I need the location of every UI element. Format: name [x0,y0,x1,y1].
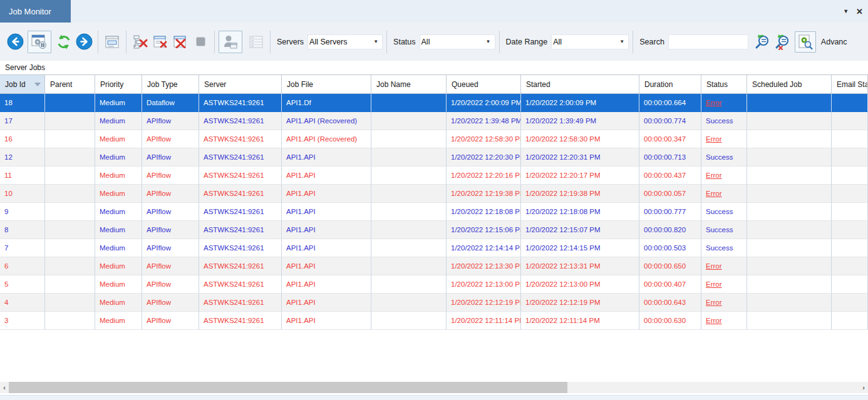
servers-combo[interactable]: All Servers ▼ [307,34,383,49]
column-header-job_id[interactable]: Job Id [0,75,45,93]
search-label: Search [639,38,664,46]
job-row-6[interactable]: 6MediumAPIflowASTWKS241:9261API1.API1/20… [0,257,868,275]
column-header-parent[interactable]: Parent [45,75,95,93]
search-button[interactable] [752,32,772,52]
cell-parent [45,294,95,312]
pause-monitoring-button[interactable] [28,31,51,53]
remove-all-icon [173,36,187,48]
toolbar-separator [126,31,127,53]
cell-status[interactable]: Error [701,312,747,330]
column-header-queued[interactable]: Queued [447,75,521,93]
cell-job_id: 8 [0,221,45,239]
column-header-job_name[interactable]: Job Name [371,75,447,93]
cell-status[interactable]: Error [701,167,747,185]
column-header-email_status[interactable]: Email Sta [832,75,868,93]
horizontal-scrollbar[interactable]: ‹ › [0,382,868,393]
window-menu-caret-icon[interactable]: ▼ [843,8,849,14]
cell-status[interactable]: Error [701,185,747,203]
cell-job_file: API1.API [282,185,371,203]
cell-job_id: 9 [0,203,45,221]
column-header-job_file[interactable]: Job File [282,75,371,93]
job-row-3[interactable]: 3MediumAPIflowASTWKS241:9261API1.API1/20… [0,312,868,330]
cell-status[interactable]: Error [701,257,747,275]
job-row-8[interactable]: 8MediumAPIflowASTWKS241:9261API1.API1/20… [0,221,868,239]
column-header-priority[interactable]: Priority [95,75,142,93]
column-header-started[interactable]: Started [521,75,639,93]
clear-search-button[interactable] [772,32,792,52]
cell-job_name [371,185,447,203]
cell-job_name [371,203,447,221]
cell-duration: 00:00:00.650 [639,257,701,275]
column-header-server[interactable]: Server [199,75,282,93]
cell-job_name [371,148,447,167]
cell-status[interactable]: Error [701,275,747,294]
job-row-12[interactable]: 12MediumAPIflowASTWKS241:9261API1.API1/2… [0,148,868,167]
cell-priority: Medium [95,221,142,239]
cell-job_name [371,294,447,312]
remove-job-button[interactable] [150,32,170,52]
cell-job_id: 4 [0,294,45,312]
cell-email_status [832,94,868,112]
job-row-10[interactable]: 10MediumAPIflowASTWKS241:9261API1.API1/2… [0,185,868,203]
cell-job_name [371,312,447,330]
job-row-17[interactable]: 17MediumAPIflowASTWKS241:9261API1.API (R… [0,112,868,130]
cell-status: Success [701,239,747,257]
cell-server: ASTWKS241:9261 [199,239,282,257]
cell-job_type: APIflow [142,221,199,239]
job-row-9[interactable]: 9MediumAPIflowASTWKS241:9261API1.API1/20… [0,203,868,221]
grid-caption: Server Jobs [0,61,868,74]
remove-all-jobs-button[interactable] [170,32,190,52]
cell-started: 1/20/2022 1:39:49 PM [521,112,639,130]
cell-parent [45,257,95,275]
cell-job_file: API1.API [282,294,371,312]
column-header-duration[interactable]: Duration [639,75,701,93]
column-header-label: Job Id [5,80,26,89]
cell-job_id: 16 [0,130,45,148]
column-header-label: Started [526,80,550,89]
job-row-4[interactable]: 4MediumAPIflowASTWKS241:9261API1.API1/20… [0,294,868,312]
cell-job_id: 6 [0,257,45,275]
tab-job-monitor[interactable]: Job Monitor [0,0,71,23]
cell-server: ASTWKS241:9261 [199,203,282,221]
cell-scheduled_job [747,257,832,275]
job-row-11[interactable]: 11MediumAPIflowASTWKS241:9261API1.API1/2… [0,167,868,185]
cell-job_file: API1.API [282,257,371,275]
job-row-16[interactable]: 16MediumAPIflowASTWKS241:9261API1.API (R… [0,130,868,148]
window-close-icon[interactable]: ✕ [856,7,863,16]
job-queue-icon [249,36,263,48]
advanced-search-label[interactable]: Advanc [821,38,847,46]
cell-scheduled_job [747,148,832,167]
job-row-18[interactable]: 18MediumDataflowASTWKS241:9261API1.Df1/2… [0,94,868,112]
scrollbar-thumb[interactable] [9,382,567,393]
forward-button[interactable] [74,32,94,52]
refresh-button[interactable] [54,32,74,52]
scroll-right-arrow-icon[interactable]: › [859,382,868,393]
column-header-job_type[interactable]: Job Type [142,75,199,93]
cell-status[interactable]: Error [701,94,747,112]
search-input[interactable] [668,34,748,49]
cell-priority: Medium [95,130,142,148]
cell-job_type: APIflow [142,130,199,148]
cell-duration: 00:00:00.437 [639,167,701,185]
cell-server: ASTWKS241:9261 [199,312,282,330]
job-details-button[interactable] [102,32,122,52]
cell-status[interactable]: Error [701,294,747,312]
cell-job_name [371,275,447,294]
back-button[interactable] [5,32,25,52]
date-range-combo[interactable]: All ▼ [551,34,629,49]
scroll-left-arrow-icon[interactable]: ‹ [0,382,9,393]
column-header-status[interactable]: Status [701,75,747,93]
job-row-5[interactable]: 5MediumAPIflowASTWKS241:9261API1.API1/20… [0,275,868,294]
cell-server: ASTWKS241:9261 [199,148,282,167]
cell-status[interactable]: Error [701,130,747,148]
delete-job-tree-button[interactable] [130,32,150,52]
job-row-7[interactable]: 7MediumAPIflowASTWKS241:9261API1.API1/20… [0,239,868,257]
my-jobs-toggle-button[interactable] [219,31,242,53]
cell-started: 1/20/2022 12:20:17 PM [521,167,639,185]
cell-job_name [371,94,447,112]
status-combo[interactable]: All ▼ [420,34,495,49]
column-header-scheduled_job[interactable]: Scheduled Job [747,75,832,93]
advanced-search-button[interactable] [795,31,816,53]
cell-parent [45,148,95,167]
cell-job_id: 10 [0,185,45,203]
